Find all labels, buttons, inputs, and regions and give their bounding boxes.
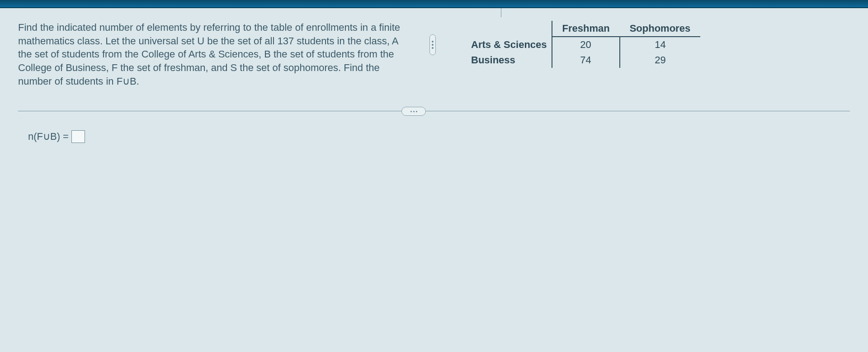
panel-resize-handle[interactable]: [429, 21, 439, 88]
window-top-bar: [0, 0, 868, 8]
question-text: Find the indicated number of elements by…: [18, 21, 411, 88]
enrollment-table-wrap: Freshman Sophomores Arts & Sciences 20 1…: [457, 21, 850, 88]
cell-value: 74: [552, 52, 620, 68]
divider-line: [18, 111, 850, 111]
drag-dots-icon: [429, 34, 436, 55]
row-label: Business: [461, 52, 552, 68]
table-corner-cell: [461, 21, 552, 37]
answer-row: n(F∪B) =: [0, 117, 868, 143]
section-divider: [0, 106, 868, 117]
answer-label: n(F∪B) =: [28, 131, 69, 143]
cell-value: 29: [620, 52, 700, 68]
cell-value: 14: [620, 37, 700, 52]
cell-value: 20: [552, 37, 620, 52]
table-row: Business 74 29: [461, 52, 700, 68]
table-row: Arts & Sciences 20 14: [461, 37, 700, 52]
divider-expand-handle[interactable]: [401, 107, 426, 116]
answer-input[interactable]: [71, 130, 85, 143]
col-header-freshman: Freshman: [552, 21, 620, 37]
enrollment-table: Freshman Sophomores Arts & Sciences 20 1…: [461, 21, 700, 68]
row-label: Arts & Sciences: [461, 37, 552, 52]
col-header-sophomores: Sophomores: [620, 21, 700, 37]
question-panel: Find the indicated number of elements by…: [0, 8, 868, 88]
